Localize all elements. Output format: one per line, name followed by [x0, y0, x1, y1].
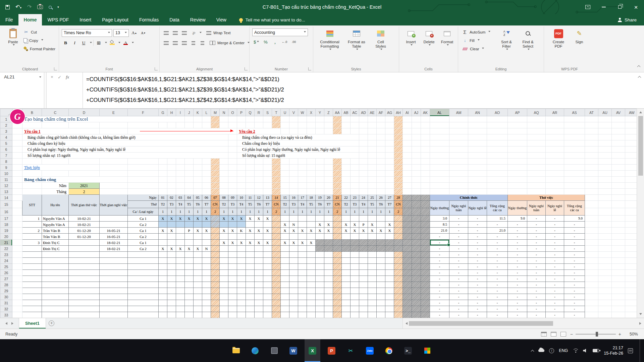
- col-header-H[interactable]: H: [167, 109, 176, 116]
- cell[interactable]: [508, 189, 527, 195]
- cell[interactable]: [12, 216, 22, 222]
- cell[interactable]: [228, 306, 237, 312]
- cell[interactable]: [612, 294, 625, 300]
- cell[interactable]: [612, 134, 625, 140]
- cell[interactable]: [100, 252, 128, 258]
- summary-cell[interactable]: -: [449, 300, 468, 306]
- end-date-cell[interactable]: 18-02-21: [100, 246, 128, 252]
- cell[interactable]: [202, 294, 211, 300]
- cell[interactable]: [167, 282, 176, 288]
- day-type[interactable]: 2: [272, 208, 281, 216]
- cell[interactable]: [176, 122, 185, 128]
- shift-cell[interactable]: Ca 1: [128, 228, 159, 234]
- day-type[interactable]: 2: [333, 208, 342, 216]
- day-number[interactable]: 16: [289, 195, 298, 201]
- cell[interactable]: [281, 270, 289, 276]
- attendance-cell[interactable]: X: [220, 240, 228, 246]
- cell[interactable]: [368, 189, 377, 195]
- align-left-button[interactable]: [162, 39, 170, 47]
- attendance-cell[interactable]: [185, 240, 194, 246]
- increase-decimal-button[interactable]: ←.0: [280, 38, 288, 46]
- cell[interactable]: [289, 288, 298, 294]
- cell[interactable]: [412, 128, 421, 134]
- cell[interactable]: [421, 216, 430, 222]
- cell[interactable]: [612, 234, 625, 240]
- cell[interactable]: [298, 282, 307, 288]
- cell[interactable]: [289, 264, 298, 270]
- number-dialog-launcher-icon[interactable]: [308, 67, 311, 70]
- cell[interactable]: [394, 171, 403, 177]
- cell[interactable]: [289, 128, 298, 134]
- cell[interactable]: [412, 216, 421, 222]
- cell[interactable]: [159, 183, 167, 189]
- cell[interactable]: [237, 258, 246, 264]
- cell[interactable]: [194, 282, 202, 288]
- weekday[interactable]: T5: [246, 201, 255, 208]
- cell[interactable]: [368, 306, 377, 312]
- cell[interactable]: [403, 258, 412, 264]
- cell[interactable]: [289, 312, 298, 318]
- cell[interactable]: [421, 116, 430, 122]
- cell[interactable]: [272, 116, 281, 122]
- cell[interactable]: [307, 189, 316, 195]
- cell[interactable]: [167, 177, 176, 183]
- cell[interactable]: [394, 288, 403, 294]
- cell[interactable]: [202, 258, 211, 264]
- cell[interactable]: [449, 134, 468, 140]
- cell[interactable]: [159, 312, 167, 318]
- weekday[interactable]: T3: [228, 201, 237, 208]
- cell[interactable]: [351, 288, 359, 294]
- cell[interactable]: [351, 264, 359, 270]
- cell[interactable]: [272, 183, 281, 189]
- attendance-cell[interactable]: X: [307, 240, 316, 246]
- cell[interactable]: [12, 312, 22, 318]
- summary-cell[interactable]: -: [564, 294, 585, 300]
- cell[interactable]: [421, 122, 430, 128]
- start-date-cell[interactable]: 10-02-21: [69, 222, 100, 228]
- cell[interactable]: [403, 252, 412, 258]
- end-date-cell[interactable]: [100, 216, 128, 222]
- cell[interactable]: [263, 300, 272, 306]
- cell[interactable]: [333, 128, 342, 134]
- cell[interactable]: [377, 177, 385, 183]
- cell[interactable]: [359, 312, 368, 318]
- cell[interactable]: [237, 270, 246, 276]
- cell[interactable]: [69, 276, 100, 282]
- summary-cell[interactable]: 21.0: [430, 228, 449, 234]
- cell[interactable]: [394, 276, 403, 282]
- cell[interactable]: [167, 189, 176, 195]
- row-header-11[interactable]: 11: [0, 177, 12, 183]
- summary-cell[interactable]: -: [449, 258, 468, 264]
- attendance-cell[interactable]: N: [289, 222, 298, 228]
- cell[interactable]: [598, 282, 612, 288]
- wrap-text-button[interactable]: Wrap Text: [205, 29, 232, 37]
- cell[interactable]: [394, 306, 403, 312]
- sheet-tab-sheet1[interactable]: Sheet1: [19, 318, 46, 328]
- cell[interactable]: [159, 288, 167, 294]
- cell[interactable]: [220, 264, 228, 270]
- cell[interactable]: [22, 276, 42, 282]
- attendance-cell[interactable]: [220, 246, 228, 252]
- attendance-cell[interactable]: [316, 216, 324, 222]
- summary-cell[interactable]: -: [487, 288, 508, 294]
- cell[interactable]: [316, 258, 324, 264]
- cell[interactable]: [128, 189, 159, 195]
- shift-cell[interactable]: Ca 1: [128, 240, 159, 246]
- cell[interactable]: [272, 171, 281, 177]
- cell[interactable]: [359, 294, 368, 300]
- zoom-level[interactable]: 50%: [625, 332, 638, 337]
- cell[interactable]: [368, 258, 377, 264]
- cell[interactable]: [246, 258, 255, 264]
- cell[interactable]: [237, 264, 246, 270]
- cell[interactable]: [211, 300, 220, 306]
- cell[interactable]: [342, 159, 351, 165]
- cell[interactable]: [598, 276, 612, 282]
- cell[interactable]: [385, 177, 394, 183]
- attendance-cell[interactable]: [368, 216, 377, 222]
- cell[interactable]: [394, 146, 403, 153]
- attendance-cell[interactable]: [359, 216, 368, 222]
- day-type[interactable]: 1: [359, 208, 368, 216]
- borders-button[interactable]: ⊞: [95, 39, 103, 47]
- battery-icon[interactable]: [593, 349, 599, 352]
- cell[interactable]: [421, 276, 430, 282]
